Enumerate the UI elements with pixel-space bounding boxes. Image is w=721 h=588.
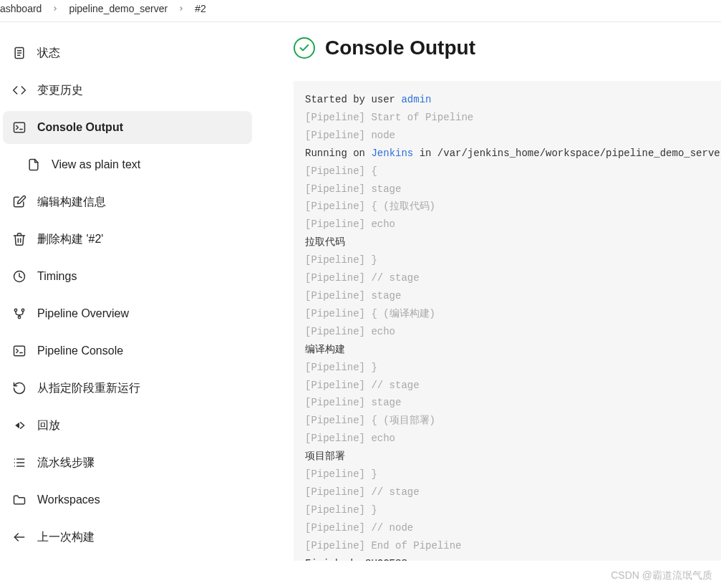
breadcrumb-item[interactable]: ashboard [0,3,42,14]
clock-icon [11,269,27,284]
sidebar-item[interactable]: Workspaces [3,483,252,516]
console-text: [Pipeline] } [305,468,377,480]
console-line: Running on Jenkins in /var/jenkins_home/… [305,145,710,163]
console-text: Finished: SUCCESS [305,558,407,561]
sidebar-item[interactable]: 从指定阶段重新运行 [3,372,252,405]
sidebar-item-label: Pipeline Console [37,344,123,357]
sidebar-item-label: 状态 [37,46,60,61]
code-icon [11,82,27,98]
console-text: [Pipeline] echo [305,218,395,230]
console-line: [Pipeline] // stage [305,377,710,395]
sidebar-item[interactable]: Pipeline Overview [3,297,252,330]
console-text: [Pipeline] stage [305,397,401,408]
console-line: [Pipeline] } [305,501,710,519]
console-text: [Pipeline] node [305,130,395,141]
console-text: [Pipeline] } [305,504,377,516]
sidebar-item[interactable]: 编辑构建信息 [3,185,252,218]
console-text: [Pipeline] echo [305,433,395,444]
console-text: [Pipeline] // stage [305,486,420,498]
console-text: [Pipeline] stage [305,290,401,302]
console-text: Running on [305,148,371,159]
sidebar-item[interactable]: 回放 [3,409,252,442]
content-area: Console Output Started by user admin[Pip… [258,22,721,586]
sidebar-item[interactable]: Console Output [3,111,252,144]
console-line: [Pipeline] // stage [305,483,710,501]
breadcrumb: ashboard pipeline_demo_server #2 [0,0,721,22]
sidebar-item-label: Console Output [37,121,123,134]
sidebar-item[interactable]: Pipeline Console [3,334,252,367]
sidebar-item-label: 上一次构建 [37,530,95,545]
success-check-icon [294,37,315,59]
trash-icon [11,231,27,247]
arrow-left-icon [11,529,27,545]
console-text: [Pipeline] // stage [305,380,420,391]
console-link[interactable]: Jenkins [371,148,413,159]
console-text: [Pipeline] } [305,362,377,373]
breadcrumb-item[interactable]: pipeline_demo_server [69,3,168,14]
console-line: [Pipeline] // node [305,519,710,537]
page-title: Console Output [325,37,475,59]
console-text: Started by user [305,94,401,105]
console-line: [Pipeline] echo [305,216,710,233]
sidebar-item[interactable]: Timings [3,260,252,293]
console-text: in /var/jenkins_home/workspace/pipeline_… [413,148,721,159]
console-line: Started by user admin [305,91,710,109]
terminal-icon [11,343,27,359]
svg-rect-4 [14,122,25,132]
replay-icon [11,418,27,433]
console-line: 拉取代码 [305,233,710,251]
console-line: [Pipeline] stage [305,287,710,305]
sidebar-item-label: 变更历史 [37,83,83,98]
console-line: [Pipeline] echo [305,430,710,448]
console-line: [Pipeline] } [305,359,710,377]
sidebar-item[interactable]: 变更历史 [3,74,252,107]
console-line: [Pipeline] { (拉取代码) [305,198,710,216]
sidebar-item[interactable]: 上一次构建 [3,521,252,554]
console-text: [Pipeline] { (编译构建) [305,308,435,319]
console-text: [Pipeline] { (拉取代码) [305,201,435,212]
chevron-right-icon [52,5,59,12]
console-text: [Pipeline] } [305,254,377,266]
console-line: [Pipeline] End of Pipeline [305,537,710,555]
console-line: [Pipeline] echo [305,323,710,341]
restart-icon [11,380,27,396]
console-line: [Pipeline] { (编译构建) [305,305,710,323]
console-text: [Pipeline] // node [305,522,413,534]
svg-rect-11 [14,346,25,355]
sidebar-item-label: 流水线步骤 [37,456,95,471]
console-line: [Pipeline] // stage [305,269,710,287]
sidebar-item-label: View as plain text [52,158,140,171]
console-text: [Pipeline] End of Pipeline [305,540,461,551]
console-text: [Pipeline] echo [305,326,395,337]
sidebar-subitem[interactable]: View as plain text [3,148,252,181]
console-text: [Pipeline] { [305,165,377,177]
steps-icon [11,455,27,471]
sidebar-item-label: 编辑构建信息 [37,195,106,210]
console-line: [Pipeline] { [305,163,710,180]
sidebar-item-label: Workspaces [37,493,100,506]
console-line: 编译构建 [305,341,710,359]
console-line: [Pipeline] } [305,466,710,483]
sidebar-item-label: 从指定阶段重新运行 [37,381,140,396]
console-line: [Pipeline] stage [305,394,710,412]
console-output[interactable]: Started by user admin[Pipeline] Start of… [294,81,721,561]
document-icon [11,45,27,61]
sidebar-item-label: Timings [37,270,77,283]
sidebar-item-label: 回放 [37,418,60,433]
file-icon [26,157,42,173]
console-line: Finished: SUCCESS [305,555,710,561]
console-line: 项目部署 [305,448,710,466]
console-text: 编译构建 [305,344,345,355]
sidebar-item[interactable]: 流水线步骤 [3,446,252,479]
console-text: [Pipeline] { (项目部署) [305,415,435,426]
console-link[interactable]: admin [401,94,431,105]
console-text: 拉取代码 [305,236,345,248]
console-text: 项目部署 [305,450,345,462]
console-text: [Pipeline] // stage [305,272,420,284]
sidebar-item[interactable]: 删除构建 '#2' [3,223,252,256]
breadcrumb-item[interactable]: #2 [195,3,206,14]
sidebar: 状态变更历史Console OutputView as plain text编辑… [0,22,258,586]
sidebar-item-label: 删除构建 '#2' [37,232,103,247]
sidebar-item-label: Pipeline Overview [37,307,129,320]
sidebar-item[interactable]: 状态 [3,37,252,69]
